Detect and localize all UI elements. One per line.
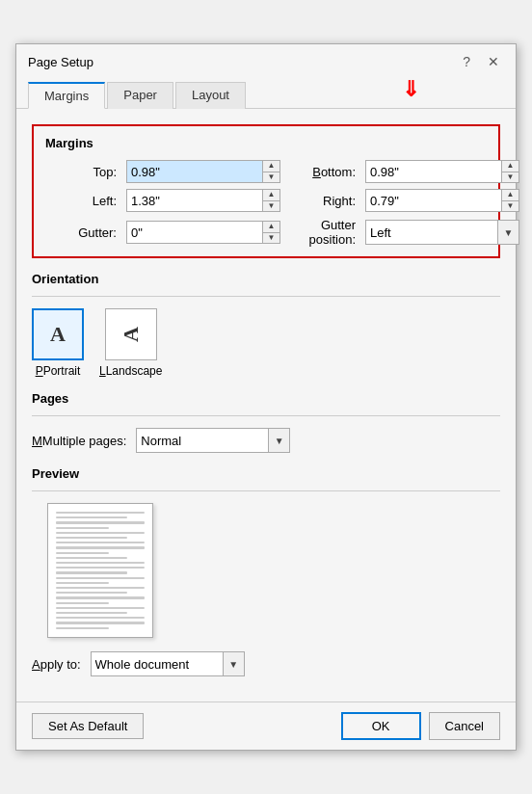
preview-title: Preview xyxy=(32,466,500,481)
ok-button[interactable]: OK xyxy=(341,712,421,740)
preview-line-10 xyxy=(56,557,127,559)
apply-to-label: Apply to: xyxy=(32,657,81,672)
bottom-spinner-buttons: ▲ ▼ xyxy=(501,161,519,182)
left-spinner[interactable]: ▲ ▼ xyxy=(126,189,280,212)
margins-grid: Top: ▲ ▼ Bottom: ▲ ▼ xyxy=(45,160,487,247)
right-up-btn[interactable]: ▲ xyxy=(502,190,519,200)
right-label: Right: xyxy=(284,194,361,208)
gutter-spinner-buttons: ▲ ▼ xyxy=(262,222,279,243)
bottom-down-btn[interactable]: ▼ xyxy=(502,172,519,183)
top-down-btn[interactable]: ▼ xyxy=(263,172,279,183)
preview-divider xyxy=(32,490,500,491)
gutter-up-btn[interactable]: ▲ xyxy=(263,222,279,232)
orientation-options: A PPortrait A LLandscape xyxy=(32,308,500,378)
dialog-title: Page Setup xyxy=(28,55,93,69)
right-spinner-buttons: ▲ ▼ xyxy=(501,190,519,211)
preview-line-4 xyxy=(56,527,109,529)
landscape-a-icon: A xyxy=(119,327,144,342)
margins-section-title: Margins xyxy=(45,136,487,150)
preview-line-15 xyxy=(56,582,109,584)
arrow-indicator: ⇓ xyxy=(402,77,419,102)
preview-line-23 xyxy=(56,622,145,623)
landscape-option[interactable]: A LLandscape xyxy=(99,308,162,378)
preview-line-21 xyxy=(56,612,127,614)
margins-section: Margins Top: ▲ ▼ Bottom: xyxy=(32,124,500,258)
gutter-down-btn[interactable]: ▼ xyxy=(263,232,279,244)
preview-line-14 xyxy=(56,577,145,579)
tab-margins[interactable]: Margins xyxy=(28,82,105,109)
preview-line-16 xyxy=(56,587,145,589)
preview-line-5 xyxy=(56,532,145,534)
left-spinner-buttons: ▲ ▼ xyxy=(262,190,279,211)
left-down-btn[interactable]: ▼ xyxy=(263,200,279,212)
apply-to-select-wrapper[interactable]: Whole document This point forward ▼ xyxy=(91,651,245,676)
gutter-input[interactable] xyxy=(127,222,262,243)
help-button[interactable]: ? xyxy=(458,52,475,71)
right-input[interactable] xyxy=(366,190,501,211)
pages-section: Pages MMultiple pages: Normal Mirror mar… xyxy=(32,391,500,453)
landscape-box: A xyxy=(105,308,157,360)
preview-line-2 xyxy=(56,516,127,518)
preview-box xyxy=(47,503,153,638)
bottom-bar: Set As Default OK Cancel xyxy=(16,701,516,750)
tab-content-margins: Margins Top: ▲ ▼ Bottom: xyxy=(16,108,516,701)
preview-line-8 xyxy=(56,546,145,548)
bottom-label: Bottom: xyxy=(284,165,361,179)
preview-line-9 xyxy=(56,552,109,554)
page-setup-dialog: Page Setup ? ✕ Margins Paper Layout ⇓ Ma… xyxy=(15,43,517,751)
bottom-spinner[interactable]: ▲ ▼ xyxy=(365,160,519,183)
preview-line-7 xyxy=(56,542,145,543)
gutter-label: Gutter: xyxy=(45,225,122,240)
tabs-bar: Margins Paper Layout ⇓ xyxy=(16,75,516,108)
gutter-pos-label: Gutter position: xyxy=(284,218,361,247)
right-spinner[interactable]: ▲ ▼ xyxy=(365,189,519,212)
multiple-pages-select[interactable]: Normal Mirror margins 2 pages per sheet … xyxy=(137,434,268,448)
portrait-box: A xyxy=(32,308,84,360)
tab-paper[interactable]: Paper xyxy=(107,82,173,109)
top-label: Top: xyxy=(45,165,122,179)
portrait-a-icon: A xyxy=(50,322,66,347)
portrait-option[interactable]: A PPortrait xyxy=(32,308,84,378)
set-as-default-button[interactable]: Set As Default xyxy=(32,713,144,739)
preview-line-24 xyxy=(56,627,109,629)
tab-layout[interactable]: Layout xyxy=(175,82,246,109)
right-down-btn[interactable]: ▼ xyxy=(502,200,519,212)
preview-section: Preview xyxy=(32,466,500,638)
preview-line-17 xyxy=(56,592,127,594)
portrait-label: PPortrait xyxy=(36,364,81,378)
preview-line-11 xyxy=(56,562,145,564)
top-input[interactable] xyxy=(127,161,262,182)
gutter-pos-select-wrapper[interactable]: Left Top ▼ xyxy=(365,220,519,245)
pages-row: MMultiple pages: Normal Mirror margins 2… xyxy=(32,428,500,453)
preview-line-1 xyxy=(56,512,145,514)
orientation-divider xyxy=(32,296,500,297)
left-up-btn[interactable]: ▲ xyxy=(263,190,279,200)
preview-line-20 xyxy=(56,607,145,609)
left-input[interactable] xyxy=(127,190,262,211)
top-up-btn[interactable]: ▲ xyxy=(263,161,279,172)
landscape-label: LLandscape xyxy=(99,364,162,378)
preview-line-19 xyxy=(56,602,109,604)
top-spinner-buttons: ▲ ▼ xyxy=(262,161,279,182)
preview-line-12 xyxy=(56,567,145,569)
close-button[interactable]: ✕ xyxy=(483,52,504,71)
gutter-spinner[interactable]: ▲ ▼ xyxy=(126,221,280,244)
cancel-button[interactable]: Cancel xyxy=(429,712,500,740)
orientation-title: Orientation xyxy=(32,272,500,286)
bottom-up-btn[interactable]: ▲ xyxy=(502,161,519,172)
title-bar-actions: ? ✕ xyxy=(458,52,504,71)
multiple-pages-select-wrapper[interactable]: Normal Mirror margins 2 pages per sheet … xyxy=(136,428,290,453)
multiple-pages-label: MMultiple pages: xyxy=(32,434,126,448)
pages-divider xyxy=(32,415,500,416)
apply-to-row: Apply to: Whole document This point forw… xyxy=(32,651,500,676)
gutter-pos-select[interactable]: Left Top xyxy=(366,225,497,240)
pages-title: Pages xyxy=(32,391,500,406)
preview-line-18 xyxy=(56,596,145,598)
top-spinner[interactable]: ▲ ▼ xyxy=(126,160,280,183)
preview-line-6 xyxy=(56,537,127,539)
apply-to-select[interactable]: Whole document This point forward xyxy=(92,657,223,672)
bottom-input[interactable] xyxy=(366,161,501,182)
multiple-pages-arrow-icon: ▼ xyxy=(268,429,289,452)
preview-line-13 xyxy=(56,571,127,573)
ok-cancel-group: OK Cancel xyxy=(341,712,500,740)
